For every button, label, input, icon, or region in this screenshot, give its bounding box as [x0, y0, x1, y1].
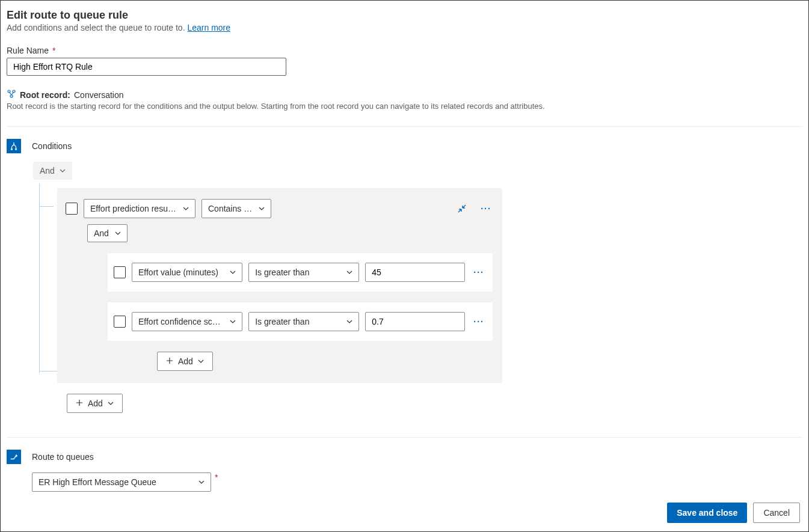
add-label: Add	[88, 399, 103, 408]
plus-icon	[76, 399, 83, 408]
section-divider	[7, 437, 802, 438]
condition-checkbox[interactable]	[114, 316, 126, 328]
field-dropdown[interactable]: Effort value (minutes)	[132, 263, 242, 282]
save-and-close-button[interactable]: Save and close	[667, 503, 747, 523]
chevron-down-icon	[259, 206, 265, 212]
svg-point-4	[16, 148, 17, 150]
add-outer-condition-button[interactable]: Add	[67, 394, 123, 413]
root-record-label: Root record:	[20, 90, 70, 100]
value-input[interactable]	[365, 312, 465, 331]
rule-name-label: Rule Name *	[7, 46, 802, 55]
flow-icon	[7, 89, 16, 100]
route-section-icon	[7, 450, 21, 464]
entity-operator-label: Contains data	[208, 204, 253, 213]
field-label: Effort confidence score	[138, 317, 224, 326]
condition-row: Effort confidence score Is greater than …	[108, 302, 493, 341]
chevron-down-icon	[230, 319, 236, 325]
root-record-value: Conversation	[74, 90, 124, 100]
outer-and-label: And	[40, 166, 55, 176]
condition-checkbox[interactable]	[66, 203, 78, 215]
route-section-title: Route to queues	[32, 452, 94, 462]
root-record-description: Root record is the starting record for t…	[7, 102, 802, 111]
chevron-down-icon	[346, 269, 352, 275]
page-subtitle: Add conditions and select the queue to r…	[7, 23, 802, 32]
more-actions-icon[interactable]: ···	[478, 201, 494, 216]
chevron-down-icon	[230, 269, 236, 275]
entity-operator-dropdown[interactable]: Contains data	[201, 199, 271, 218]
rule-name-label-text: Rule Name	[7, 46, 49, 55]
svg-point-1	[13, 90, 15, 93]
required-asterisk: *	[52, 46, 55, 55]
chevron-down-icon	[60, 168, 66, 174]
chevron-down-icon	[183, 206, 189, 212]
chevron-down-icon	[198, 479, 205, 485]
operator-label: Is greater than	[255, 317, 309, 326]
queue-dropdown[interactable]: ER High Effort Message Queue	[32, 472, 211, 492]
svg-point-2	[10, 95, 13, 97]
section-divider	[7, 126, 802, 127]
operator-label: Is greater than	[255, 268, 309, 277]
cancel-button[interactable]: Cancel	[753, 503, 800, 523]
outer-and-group[interactable]: And	[33, 162, 72, 180]
entity-field-dropdown[interactable]: Effort prediction result...	[84, 199, 195, 218]
conditions-section-icon	[7, 139, 21, 153]
required-asterisk: *	[215, 472, 218, 482]
chevron-down-icon	[346, 319, 352, 325]
chevron-down-icon	[198, 358, 204, 364]
subtitle-text: Add conditions and select the queue to r…	[7, 23, 187, 32]
row-more-actions-icon[interactable]: ···	[471, 264, 487, 280]
learn-more-link[interactable]: Learn more	[187, 23, 230, 32]
entity-field-label: Effort prediction result...	[90, 204, 177, 213]
operator-dropdown[interactable]: Is greater than	[248, 263, 359, 282]
inner-and-group[interactable]: And	[87, 224, 128, 242]
field-dropdown[interactable]: Effort confidence score	[132, 312, 242, 331]
svg-point-3	[11, 148, 13, 150]
add-inner-condition-button[interactable]: Add	[157, 352, 213, 371]
plus-icon	[166, 356, 173, 366]
svg-point-0	[8, 90, 10, 93]
queue-label: ER High Effort Message Queue	[38, 477, 156, 487]
inner-and-label: And	[94, 228, 109, 238]
field-label: Effort value (minutes)	[138, 268, 218, 277]
chevron-down-icon	[115, 230, 121, 236]
condition-checkbox[interactable]	[114, 266, 126, 278]
operator-dropdown[interactable]: Is greater than	[248, 312, 359, 331]
collapse-icon[interactable]	[454, 201, 470, 216]
value-input[interactable]	[365, 263, 465, 282]
chevron-down-icon	[108, 400, 114, 406]
add-label: Add	[178, 356, 193, 366]
page-title: Edit route to queue rule	[7, 9, 802, 22]
row-more-actions-icon[interactable]: ···	[471, 314, 487, 329]
condition-row: Effort value (minutes) Is greater than ·…	[108, 253, 493, 292]
conditions-section-title: Conditions	[32, 141, 72, 151]
rule-name-input[interactable]	[7, 58, 286, 76]
